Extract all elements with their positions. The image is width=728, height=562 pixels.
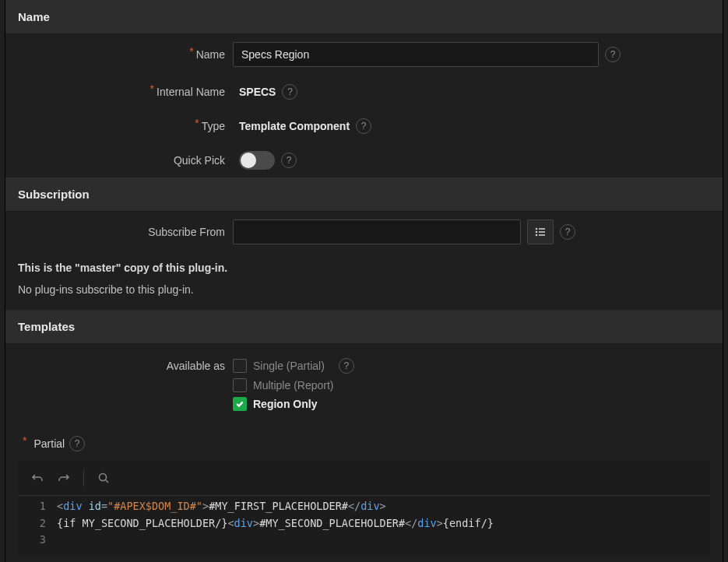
editor-toolbar: [18, 461, 710, 496]
undo-icon: [31, 472, 44, 484]
code-line-1: 1 <div id="#APEX$DOM_ID#">#MY_FIRST_PLAC…: [18, 498, 710, 515]
svg-rect-5: [539, 234, 545, 236]
section-header-templates: Templates: [5, 310, 723, 344]
checkbox-label-region: Region Only: [253, 398, 317, 410]
svg-point-0: [536, 228, 538, 230]
line-number: 1: [18, 498, 57, 515]
required-star: *: [189, 45, 193, 58]
undo-button[interactable]: [26, 467, 49, 489]
checkbox-label-multiple: Multiple (Report): [253, 379, 333, 392]
redo-button[interactable]: [52, 467, 76, 489]
label-internal-name-text: Internal Name: [157, 86, 225, 98]
master-copy-text: This is the "master" copy of this plug-i…: [5, 252, 723, 279]
label-type-text: Type: [202, 120, 225, 132]
type-value: Template Component: [233, 120, 350, 132]
label-name-text: Name: [196, 48, 225, 61]
list-icon: [534, 226, 547, 238]
toggle-knob: [241, 153, 256, 168]
section-header-name: Name: [5, 0, 723, 34]
code-area[interactable]: 1 <div id="#APEX$DOM_ID#">#MY_FIRST_PLAC…: [18, 496, 710, 557]
no-subscribers-text: No plug-ins subscribe to this plug-in.: [5, 279, 723, 310]
toolbar-divider: [83, 469, 84, 486]
help-icon[interactable]: ?: [339, 358, 354, 374]
svg-rect-3: [539, 231, 545, 233]
subscribe-from-input[interactable]: [233, 220, 521, 244]
required-star: *: [150, 83, 154, 95]
search-button[interactable]: [92, 467, 115, 489]
label-partial: Partial: [33, 437, 65, 450]
quick-pick-toggle[interactable]: [239, 151, 275, 170]
code-line-3: 3: [18, 532, 710, 549]
checkbox-multiple-report[interactable]: [233, 378, 247, 392]
list-picker-button[interactable]: [527, 220, 554, 244]
line-number: 2: [18, 515, 57, 532]
check-icon: [235, 399, 244, 409]
help-icon[interactable]: ?: [281, 153, 297, 168]
required-star: *: [195, 117, 199, 129]
svg-point-6: [100, 474, 107, 481]
checkbox-label-single: Single (Partial): [253, 360, 325, 372]
line-number: 3: [18, 532, 57, 549]
checkbox-region-only[interactable]: [233, 397, 247, 411]
checkbox-single-partial[interactable]: [233, 359, 247, 373]
label-quick-pick: Quick Pick: [5, 154, 233, 167]
help-icon[interactable]: ?: [560, 224, 575, 240]
label-subscribe-from: Subscribe From: [5, 226, 233, 238]
internal-name-value: SPECS: [233, 86, 276, 98]
svg-point-2: [536, 231, 538, 234]
svg-point-4: [536, 234, 538, 237]
redo-icon: [58, 472, 70, 484]
help-icon[interactable]: ?: [356, 118, 371, 134]
label-internal-name: * Internal Name: [5, 86, 233, 98]
label-name: * Name: [5, 48, 233, 61]
help-icon[interactable]: ?: [282, 84, 297, 100]
required-star: *: [23, 434, 26, 447]
help-icon[interactable]: ?: [605, 47, 621, 62]
svg-rect-1: [539, 228, 545, 230]
search-icon: [97, 472, 110, 484]
name-input[interactable]: [233, 42, 599, 67]
label-available-as-text: Available as: [167, 360, 225, 372]
code-editor[interactable]: 1 <div id="#APEX$DOM_ID#">#MY_FIRST_PLAC…: [18, 461, 710, 557]
label-quick-pick-text: Quick Pick: [174, 154, 225, 167]
section-header-subscription: Subscription: [5, 177, 723, 212]
label-type: * Type: [5, 120, 233, 132]
help-icon[interactable]: ?: [69, 436, 85, 451]
label-subscribe-from-text: Subscribe From: [148, 226, 225, 238]
code-line-2: 2 {if MY_SECOND_PLACEHOLDER/}<div>#MY_SE…: [18, 515, 710, 532]
label-available-as: Available as: [5, 358, 233, 372]
